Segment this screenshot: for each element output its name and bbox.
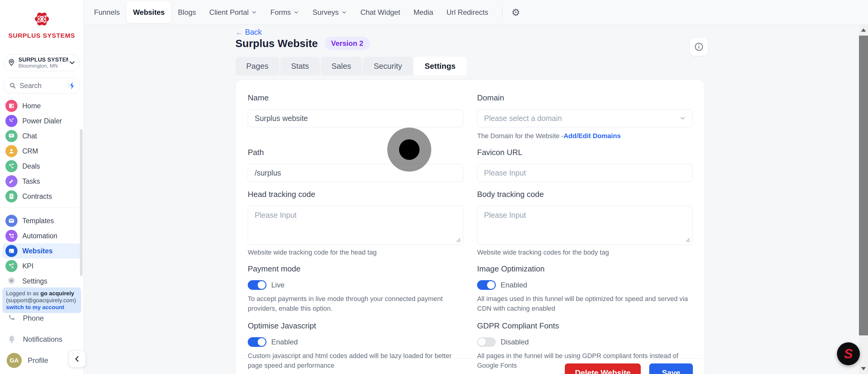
account-switcher[interactable]: SURPLUS SYSTEM... Bloomington, MN (4, 54, 80, 71)
nav-item-media[interactable]: Media (407, 0, 440, 24)
sidebar-item-notifications[interactable]: Notifications (0, 329, 84, 350)
nav-separator (502, 7, 502, 18)
tab-settings[interactable]: Settings (414, 57, 467, 76)
main-scrollbar[interactable] (859, 25, 868, 374)
main-scrollbar-thumb[interactable] (859, 36, 868, 336)
sidebar-item-contracts[interactable]: Contracts (0, 189, 84, 204)
info-button[interactable] (689, 37, 708, 56)
nav-item-label: Blogs (178, 8, 196, 17)
save-button[interactable]: Save (649, 364, 693, 374)
field-favicon: Favicon URL (477, 148, 692, 182)
nav-item-blogs[interactable]: Blogs (171, 0, 203, 24)
nav-item-surveys[interactable]: Surveys (306, 0, 354, 24)
sidebar-item-label: Tasks (22, 177, 40, 185)
sidebar-item-tasks[interactable]: Tasks (0, 174, 84, 189)
chevron-left-icon (73, 355, 82, 363)
nav-item-forms[interactable]: Forms (264, 0, 306, 24)
search-icon (9, 82, 17, 90)
sidebar-item-label: Automation (22, 232, 57, 240)
add-edit-domains-link[interactable]: Add/Edit Domains (564, 132, 621, 140)
sidebar-item-websites[interactable]: Websites (2, 243, 81, 258)
back-link[interactable]: ← Back (236, 28, 262, 36)
nav-item-client-portal[interactable]: Client Portal (203, 0, 264, 24)
sidebar-item-kpi[interactable]: KPI (0, 258, 84, 274)
favicon-label: Favicon URL (477, 148, 692, 157)
sidebar-item-label: Phone (23, 314, 44, 322)
head-tracking-textarea[interactable] (248, 206, 463, 245)
name-label: Name (248, 93, 463, 103)
domain-label: Domain (477, 93, 692, 103)
sidebar-item-label: CRM (22, 147, 38, 155)
gdpr-fonts-toggle[interactable] (477, 337, 496, 347)
resize-handle-icon[interactable] (685, 238, 690, 242)
field-body-tracking: Body tracking code Website wide tracking… (477, 190, 692, 256)
sidebar-item-power-dialer[interactable]: Power Dialer (0, 113, 84, 128)
sidebar-item-label: Websites (22, 247, 53, 255)
nav-item-websites[interactable]: Websites (126, 1, 171, 23)
tab-stats[interactable]: Stats (280, 57, 320, 76)
field-payment-mode: Payment mode Live To accept payments in … (248, 264, 463, 313)
info-icon (694, 41, 704, 52)
payment-mode-toggle[interactable] (248, 280, 267, 290)
nav-item-label: Funnels (94, 8, 120, 17)
field-name: Name (248, 93, 463, 140)
websites-icon (5, 245, 18, 257)
app-root: SURPLUS SYSTEMS SURPLUS SYSTEM... Bloomi… (0, 0, 868, 374)
optimise-javascript-toggle[interactable] (248, 337, 267, 347)
quick-actions-lightning-icon[interactable] (67, 81, 76, 90)
account-location: Bloomington, MN (19, 63, 68, 69)
gear-icon[interactable]: ⚙ (507, 0, 525, 24)
search-placeholder: Search (20, 82, 67, 90)
tab-pages[interactable]: Pages (236, 57, 279, 76)
tab-security[interactable]: Security (363, 57, 413, 76)
head-tracking-label: Head tracking code (248, 190, 463, 199)
settings-card: Name Domain Please select a domain The D… (236, 80, 704, 374)
field-path: Path (248, 148, 463, 182)
sidebar-item-templates[interactable]: Templates (0, 213, 84, 228)
sidebar-item-home[interactable]: Home (0, 98, 84, 113)
domain-helper: The Domain for the Website -Add/Edit Dom… (477, 132, 692, 140)
nav-item-label: Websites (133, 8, 164, 17)
sidebar-item-automation[interactable]: Automation (0, 228, 84, 243)
chat-widget-button[interactable]: S (837, 342, 860, 365)
path-input[interactable] (248, 164, 463, 182)
crm-icon (5, 145, 18, 157)
logged-in-prefix: Logged in as (6, 290, 40, 296)
sidebar-item-settings[interactable]: Settings (0, 274, 84, 289)
field-image-optimization: Image Optimization Enabled All images us… (477, 264, 692, 313)
search-input[interactable]: Search (4, 78, 80, 93)
page-header: Surplus Website Version 2 (236, 37, 370, 50)
nav-item-funnels[interactable]: Funnels (87, 0, 126, 24)
sidebar-item-crm[interactable]: CRM (0, 144, 84, 159)
nav-item-url-redirects[interactable]: Url Redirects (440, 0, 495, 24)
domain-select-placeholder: Please select a domain (484, 114, 562, 123)
sidebar-item-chat[interactable]: Chat (0, 128, 84, 144)
body-tracking-helper: Website wide tracking codes for the body… (477, 249, 692, 256)
resize-handle-icon[interactable] (456, 238, 461, 242)
name-input[interactable] (248, 109, 463, 127)
chevron-down-icon (68, 59, 76, 67)
image-optimization-toggle[interactable] (477, 280, 496, 290)
favicon-input[interactable] (477, 164, 692, 182)
sidebar-item-deals[interactable]: Deals (0, 159, 84, 174)
sidebar-item-phone[interactable]: Phone (0, 308, 84, 329)
nav-item-label: Surveys (313, 8, 339, 17)
scroll-up-arrow-icon[interactable] (861, 28, 866, 32)
delete-website-button[interactable]: Delete Website (565, 364, 641, 374)
settings-card-footer: Delete Website Save (236, 358, 704, 374)
domain-select[interactable]: Please select a domain (477, 109, 692, 127)
image-optimization-helper: All images used in this funnel will be o… (477, 294, 692, 313)
nav-item-label: Forms (270, 8, 291, 17)
sidebar-item-label: Templates (22, 217, 54, 225)
sidebar-collapse-button[interactable] (69, 350, 86, 367)
nav-item-chat-widget[interactable]: Chat Widget (354, 0, 407, 24)
sidebar-menu-primary: Home Power Dialer Chat CRM (0, 98, 84, 204)
brand-logo-text: SURPLUS SYSTEMS (0, 32, 84, 39)
nav-item-label: Media (413, 8, 433, 17)
tab-sales[interactable]: Sales (321, 57, 362, 76)
sidebar-item-label: Contracts (22, 193, 52, 201)
sidebar-scrollbar[interactable] (80, 129, 83, 276)
scroll-down-arrow-icon[interactable] (861, 367, 866, 370)
website-tabs: Pages Stats Sales Security Settings (236, 57, 467, 76)
body-tracking-textarea[interactable] (477, 206, 692, 245)
